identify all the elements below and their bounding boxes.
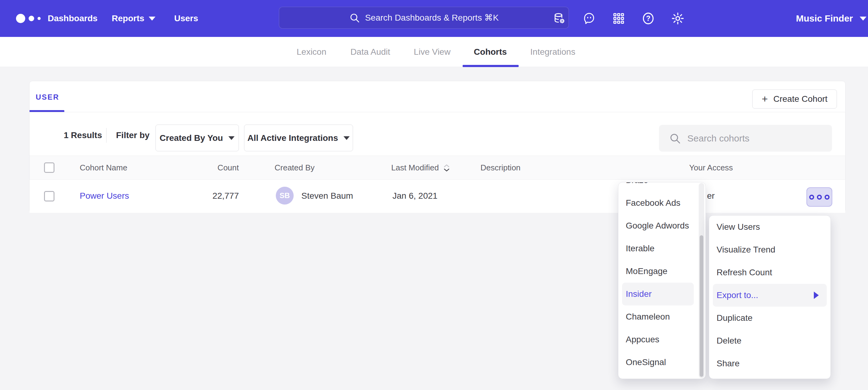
plus-icon: + bbox=[762, 94, 768, 104]
project-selector[interactable]: Music Finder bbox=[796, 0, 866, 37]
tab-data-audit[interactable]: Data Audit bbox=[350, 37, 390, 67]
menu-item-appcues[interactable]: Appcues bbox=[618, 328, 706, 351]
integrations-filter[interactable]: All Active Integrations bbox=[244, 125, 353, 151]
nav-dashboards-label: Dashboards bbox=[48, 13, 98, 23]
row-actions-menu: View Users Visualize Trend Refresh Count… bbox=[709, 215, 831, 379]
menu-item-export-to[interactable]: Export to... bbox=[713, 284, 827, 307]
created-by-filter[interactable]: Created By You bbox=[155, 125, 239, 151]
col-your-access[interactable]: Your Access bbox=[689, 156, 733, 180]
col-count[interactable]: Count bbox=[183, 156, 239, 180]
nav-reports[interactable]: Reports bbox=[112, 0, 155, 37]
search-cohorts-placeholder: Search cohorts bbox=[687, 133, 749, 143]
navbar-icon-group: ? bbox=[545, 0, 692, 37]
menu-item-view-users[interactable]: View Users bbox=[709, 216, 831, 238]
dot-icon bbox=[817, 195, 822, 200]
nav-users[interactable]: Users bbox=[174, 0, 198, 37]
nav-users-label: Users bbox=[174, 13, 198, 23]
nav-dashboards[interactable]: Dashboards bbox=[48, 0, 98, 37]
created-by-filter-value: Created By You bbox=[160, 133, 223, 143]
global-search-input[interactable]: Search Dashboards & Reports ⌘K bbox=[279, 7, 569, 29]
help-icon[interactable]: ? bbox=[633, 0, 663, 37]
submenu-arrow-icon bbox=[814, 292, 819, 299]
cohorts-page: Dashboards Reports Users Search Dashboar… bbox=[0, 0, 868, 390]
tab-lexicon[interactable]: Lexicon bbox=[297, 37, 327, 67]
row-checkbox[interactable] bbox=[44, 191, 55, 201]
table-header: Cohort Name Count Created By Last Modifi… bbox=[30, 156, 845, 180]
dot-icon bbox=[825, 195, 830, 200]
menu-item-visualize-trend[interactable]: Visualize Trend bbox=[709, 238, 831, 261]
svg-text:?: ? bbox=[646, 14, 650, 23]
menu-item-refresh-count[interactable]: Refresh Count bbox=[709, 261, 831, 284]
menu-item-chameleon[interactable]: Chameleon bbox=[618, 305, 706, 328]
active-tab-underline bbox=[463, 65, 519, 67]
divider bbox=[30, 112, 845, 112]
dot-icon bbox=[809, 195, 814, 200]
col-cohort-name[interactable]: Cohort Name bbox=[80, 156, 127, 180]
row-actions-button[interactable] bbox=[806, 187, 832, 207]
chevron-down-icon bbox=[228, 136, 235, 140]
menu-item-onesignal[interactable]: OneSignal bbox=[618, 351, 706, 374]
search-cohorts-input[interactable]: Search cohorts bbox=[659, 125, 832, 152]
avatar: SB bbox=[276, 187, 293, 204]
create-cohort-button[interactable]: + Create Cohort bbox=[752, 90, 837, 108]
menu-item-moengage[interactable]: MoEngage bbox=[618, 260, 706, 283]
tab-live-view[interactable]: Live View bbox=[414, 37, 450, 67]
cohorts-panel: USER + Create Cohort 1 Results Filter by… bbox=[29, 81, 845, 213]
menu-item-duplicate[interactable]: Duplicate bbox=[709, 307, 831, 329]
apps-grid-icon[interactable] bbox=[604, 0, 633, 37]
menu-item-facebook-ads[interactable]: Facebook Ads bbox=[618, 192, 706, 215]
search-icon bbox=[349, 12, 360, 23]
your-access-value: er bbox=[707, 191, 715, 201]
menu-item-share[interactable]: Share bbox=[709, 352, 831, 375]
menu-item-insider[interactable]: Insider bbox=[622, 283, 694, 305]
results-count: 1 Results bbox=[64, 130, 102, 140]
feedback-icon[interactable] bbox=[575, 0, 604, 37]
cohort-count: 22,777 bbox=[183, 191, 239, 201]
create-cohort-label: Create Cohort bbox=[773, 94, 827, 104]
export-integrations-menu: Braze Facebook Ads Google Adwords Iterab… bbox=[618, 182, 706, 379]
creator-name: Steven Baum bbox=[301, 191, 353, 201]
chevron-down-icon bbox=[343, 136, 350, 140]
data-management-icon[interactable] bbox=[545, 0, 575, 37]
menu-scrollbar-track[interactable] bbox=[699, 183, 704, 378]
filter-by-label: Filter by bbox=[116, 130, 150, 140]
table-row[interactable]: Power Users 22,777 SB Steven Baum Jan 6,… bbox=[30, 180, 845, 213]
tab-integrations[interactable]: Integrations bbox=[530, 37, 575, 67]
col-last-modified[interactable]: Last Modified bbox=[391, 156, 450, 180]
tab-cohorts[interactable]: Cohorts bbox=[474, 37, 507, 67]
sort-descending-icon bbox=[443, 164, 450, 172]
nav-reports-label: Reports bbox=[112, 13, 144, 23]
menu-item-braze[interactable]: Braze bbox=[618, 182, 706, 192]
menu-item-iterable[interactable]: Iterable bbox=[618, 237, 706, 260]
divider bbox=[106, 128, 106, 143]
menu-item-delete[interactable]: Delete bbox=[709, 329, 831, 352]
tab-user-cohorts[interactable]: USER bbox=[36, 93, 59, 101]
col-description[interactable]: Description bbox=[480, 156, 521, 180]
cohort-name-link[interactable]: Power Users bbox=[80, 191, 129, 201]
menu-scrollbar-thumb[interactable] bbox=[700, 235, 703, 377]
data-management-tabs: Lexicon Data Audit Live View Cohorts Int… bbox=[0, 37, 868, 67]
col-created-by[interactable]: Created By bbox=[275, 156, 315, 180]
settings-icon[interactable] bbox=[663, 0, 692, 37]
chevron-down-icon bbox=[860, 17, 866, 21]
chevron-down-icon bbox=[149, 17, 155, 21]
project-name: Music Finder bbox=[796, 13, 853, 24]
last-modified-date: Jan 6, 2021 bbox=[393, 191, 437, 201]
global-search-placeholder: Search Dashboards & Reports ⌘K bbox=[365, 12, 499, 23]
select-all-checkbox[interactable] bbox=[44, 162, 55, 173]
menu-item-google-adwords[interactable]: Google Adwords bbox=[618, 215, 706, 237]
mixpanel-logo-icon[interactable] bbox=[16, 0, 41, 37]
search-icon bbox=[669, 132, 681, 144]
export-to-label: Export to... bbox=[717, 290, 758, 300]
top-navbar: Dashboards Reports Users Search Dashboar… bbox=[0, 0, 868, 37]
integrations-filter-value: All Active Integrations bbox=[247, 133, 338, 143]
